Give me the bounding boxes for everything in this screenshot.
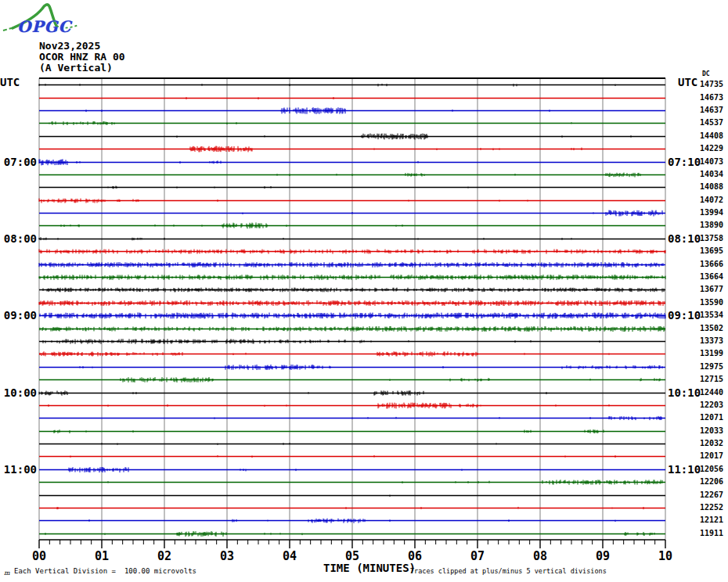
dc-value: 12440 — [700, 388, 723, 397]
x-tick-label: 03 — [196, 549, 258, 563]
seismogram-plot — [0, 0, 728, 582]
dc-value: 13758 — [700, 234, 723, 242]
dc-value: 12267 — [700, 490, 723, 499]
right-time-label: 11:10 — [668, 463, 701, 476]
scale-note: Each Vertical Division = 100.00 microvol… — [14, 567, 196, 575]
dc-value: 12715 — [700, 375, 723, 383]
dc-value: 12206 — [700, 477, 723, 486]
x-tick-label: 00 — [8, 549, 70, 563]
right-time-label: 09:10 — [668, 309, 701, 322]
x-axis-title: TIME (MINUTES) — [323, 562, 416, 574]
dc-value: 13677 — [700, 285, 723, 293]
x-tick-label: 08 — [509, 549, 571, 563]
x-tick-label: 07 — [446, 549, 509, 563]
dc-value: 14034 — [700, 170, 723, 178]
dc-value: 12252 — [700, 503, 723, 512]
dc-value: 13590 — [700, 298, 723, 307]
dc-value: 12121 — [700, 516, 723, 524]
left-time-label: 07:00 — [0, 156, 37, 168]
dc-value: 14637 — [700, 106, 723, 114]
helicorder-page: OPGC Nov23,2025 OCOR HNZ RA 00 (A Vertic… — [0, 0, 728, 582]
right-time-label: 07:10 — [668, 156, 701, 168]
dc-value: 12975 — [700, 362, 723, 371]
dc-value: 14073 — [700, 157, 723, 166]
clip-note: Traces clipped at plus/minus 5 vertical … — [410, 567, 607, 575]
right-time-label: 10:10 — [668, 386, 701, 399]
dc-value: 13890 — [700, 221, 723, 229]
dc-value: 14088 — [700, 182, 723, 191]
dc-value: 14072 — [700, 196, 723, 204]
dc-value: 12032 — [700, 439, 723, 447]
left-time-label: 10:00 — [0, 386, 37, 399]
left-time-label: 11:00 — [0, 463, 37, 476]
dc-value: 12017 — [700, 451, 723, 460]
corner-mark: m — [4, 569, 10, 577]
dc-value: 13664 — [700, 272, 723, 281]
dc-value: 13695 — [700, 246, 723, 255]
trace-noise — [39, 262, 663, 268]
x-tick-label: 04 — [258, 549, 321, 563]
dc-value: 12071 — [700, 413, 723, 422]
dc-value: 12033 — [700, 426, 723, 435]
dc-value: 12056 — [700, 465, 723, 473]
dc-value: 14735 — [700, 80, 723, 88]
right-time-label: 08:10 — [668, 232, 701, 245]
dc-value: 13534 — [700, 311, 723, 319]
left-time-label: 08:00 — [0, 232, 37, 245]
x-tick-label: 10 — [634, 549, 697, 563]
dc-value: 14673 — [700, 93, 723, 102]
left-time-label: 09:00 — [0, 309, 37, 322]
dc-value: 13502 — [700, 324, 723, 332]
dc-value: 13994 — [700, 208, 723, 217]
dc-value: 13666 — [700, 260, 723, 268]
dc-value: 11911 — [700, 529, 723, 537]
dc-value: 14537 — [700, 118, 723, 127]
x-tick-label: 01 — [70, 549, 133, 563]
x-tick-label: 02 — [133, 549, 196, 563]
dc-value: 14229 — [700, 144, 723, 153]
dc-value: 14408 — [700, 131, 723, 140]
dc-value: 12203 — [700, 401, 723, 409]
x-tick-label: 09 — [571, 549, 634, 563]
dc-value: 13199 — [700, 349, 723, 357]
dc-value: 13373 — [700, 336, 723, 345]
